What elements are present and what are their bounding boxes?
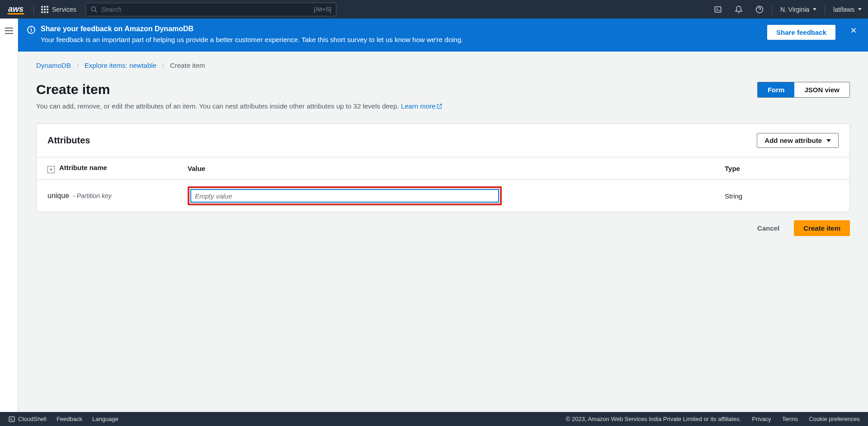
attributes-panel: Attributes Add new attribute +Attribute … bbox=[36, 123, 850, 212]
chevron-right-icon bbox=[161, 62, 165, 69]
learn-more-label: Learn more bbox=[401, 102, 436, 110]
breadcrumb: DynamoDB Explore items: newtable Create … bbox=[36, 62, 850, 69]
view-toggle-form[interactable]: Form bbox=[758, 82, 795, 97]
column-header-name: +Attribute name bbox=[37, 157, 177, 180]
close-icon bbox=[850, 27, 857, 34]
cloudshell-label: CloudShell bbox=[18, 416, 47, 422]
banner-title: Share your feedback on Amazon DynamoDB bbox=[41, 25, 762, 33]
account-menu[interactable]: latifaws bbox=[827, 6, 868, 13]
column-name-label: Attribute name bbox=[59, 164, 107, 171]
services-label: Services bbox=[52, 6, 76, 13]
notifications-icon[interactable] bbox=[728, 5, 749, 14]
column-header-value: Value bbox=[177, 157, 714, 180]
search-shortcut: [Alt+S] bbox=[314, 6, 331, 13]
region-label: N. Virginia bbox=[780, 6, 809, 13]
add-attribute-label: Add new attribute bbox=[764, 137, 822, 144]
footer: CloudShell Feedback Language © 2023, Ama… bbox=[0, 412, 868, 426]
attribute-type: String bbox=[714, 180, 786, 212]
panel-title: Attributes bbox=[47, 135, 90, 146]
value-highlight bbox=[188, 186, 502, 205]
close-banner-button[interactable] bbox=[848, 25, 859, 38]
breadcrumb-link-dynamodb[interactable]: DynamoDB bbox=[36, 62, 71, 69]
expand-all-icon[interactable]: + bbox=[47, 166, 55, 173]
column-header-type: Type bbox=[714, 157, 786, 180]
attribute-name: unique bbox=[47, 192, 69, 199]
view-toggle: Form JSON view bbox=[757, 82, 850, 98]
privacy-link[interactable]: Privacy bbox=[752, 416, 771, 422]
learn-more-link[interactable]: Learn more bbox=[401, 102, 443, 110]
cookie-preferences-link[interactable]: Cookie preferences bbox=[809, 416, 860, 422]
breadcrumb-current: Create item bbox=[170, 62, 205, 69]
language-link[interactable]: Language bbox=[92, 416, 118, 422]
svg-line-1 bbox=[95, 10, 97, 12]
copyright-text: © 2023, Amazon Web Services India Privat… bbox=[566, 416, 741, 422]
value-input[interactable] bbox=[190, 189, 499, 203]
info-icon: i bbox=[27, 26, 35, 34]
cloudshell-button[interactable]: CloudShell bbox=[8, 416, 47, 423]
add-attribute-button[interactable]: Add new attribute bbox=[757, 133, 839, 148]
sidebar-collapsed bbox=[0, 19, 18, 412]
view-toggle-json[interactable]: JSON view bbox=[794, 82, 849, 97]
page-title: Create item bbox=[36, 82, 110, 97]
main-content: i Share your feedback on Amazon DynamoDB… bbox=[18, 19, 868, 412]
user-label: latifaws bbox=[833, 6, 854, 13]
chevron-right-icon bbox=[75, 62, 80, 69]
column-header-actions bbox=[786, 157, 849, 180]
form-actions: Cancel Create item bbox=[36, 220, 850, 236]
feedback-link[interactable]: Feedback bbox=[57, 416, 82, 422]
services-menu[interactable]: Services bbox=[36, 6, 82, 13]
description-text: You can add, remove, or edit the attribu… bbox=[36, 102, 401, 110]
search-bar[interactable]: [Alt+S] bbox=[85, 3, 336, 16]
region-selector[interactable]: N. Virginia bbox=[774, 6, 823, 13]
feedback-banner: i Share your feedback on Amazon DynamoDB… bbox=[18, 19, 868, 52]
aws-logo[interactable]: aws bbox=[0, 5, 32, 14]
top-navigation: aws Services [Alt+S] N. Virginia latifaw… bbox=[0, 0, 868, 19]
create-item-button[interactable]: Create item bbox=[794, 220, 850, 236]
banner-description: Your feedback is an important part of he… bbox=[41, 36, 762, 43]
attributes-table: +Attribute name Value Type unique - Part… bbox=[37, 157, 849, 212]
caret-down-icon bbox=[813, 8, 816, 10]
sidebar-toggle[interactable] bbox=[5, 28, 13, 34]
caret-down-icon bbox=[858, 8, 862, 10]
cloudshell-icon bbox=[8, 416, 15, 423]
terms-link[interactable]: Terms bbox=[782, 416, 798, 422]
breadcrumb-link-explore-items[interactable]: Explore items: newtable bbox=[85, 62, 156, 69]
caret-down-icon bbox=[826, 139, 831, 142]
search-icon bbox=[90, 6, 98, 13]
svg-point-0 bbox=[91, 7, 95, 11]
external-link-icon bbox=[436, 103, 443, 111]
help-icon[interactable] bbox=[749, 5, 770, 14]
search-input[interactable] bbox=[101, 6, 314, 13]
table-row: unique - Partition key String bbox=[37, 180, 849, 212]
attribute-hint: - Partition key bbox=[73, 192, 112, 199]
grid-icon bbox=[41, 6, 48, 13]
page-description: You can add, remove, or edit the attribu… bbox=[36, 102, 850, 111]
divider bbox=[825, 5, 825, 14]
cancel-button[interactable]: Cancel bbox=[749, 220, 788, 236]
divider bbox=[772, 5, 772, 14]
divider bbox=[33, 5, 34, 14]
share-feedback-button[interactable]: Share feedback bbox=[767, 25, 835, 40]
cloudshell-nav-icon[interactable] bbox=[708, 5, 728, 14]
